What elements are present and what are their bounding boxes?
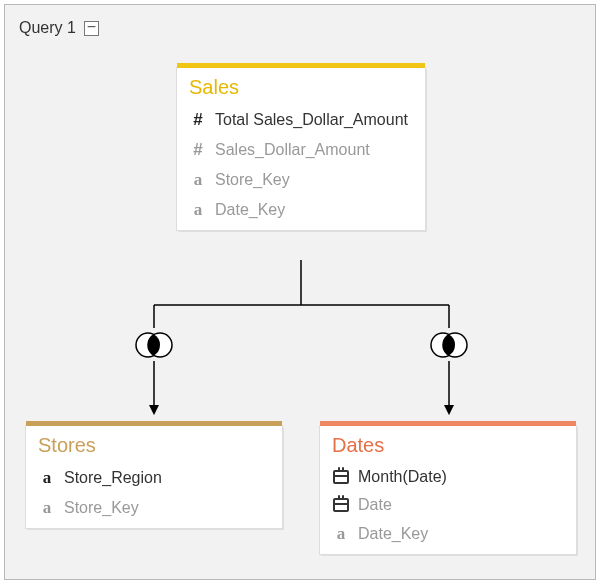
field-row[interactable]: a Store_Key <box>177 165 425 195</box>
query-header: Query 1 − <box>19 19 99 37</box>
field-label: Store_Region <box>64 469 162 487</box>
table-accent-bar <box>320 421 576 426</box>
field-label: Sales_Dollar_Amount <box>215 141 370 159</box>
field-row[interactable]: Date <box>320 491 576 519</box>
field-label: Store_Key <box>215 171 290 189</box>
text-type-icon: a <box>38 468 56 488</box>
text-type-icon: a <box>38 498 56 518</box>
field-row[interactable]: a Date_Key <box>177 195 425 230</box>
table-accent-bar <box>177 63 425 68</box>
table-stores[interactable]: Stores a Store_Region a Store_Key <box>25 425 283 529</box>
field-label: Store_Key <box>64 499 139 517</box>
hash-icon: # <box>189 110 207 130</box>
query-canvas[interactable]: Query 1 − <box>4 4 596 580</box>
field-row[interactable]: a Date_Key <box>320 519 576 554</box>
text-type-icon: a <box>332 524 350 544</box>
query-label: Query 1 <box>19 19 76 37</box>
field-label: Date <box>358 496 392 514</box>
table-title-sales: Sales <box>177 68 425 105</box>
field-label: Month(Date) <box>358 468 447 486</box>
table-title-stores: Stores <box>26 426 282 463</box>
join-icon-left[interactable] <box>136 333 172 357</box>
field-label: Total Sales_Dollar_Amount <box>215 111 408 129</box>
field-label: Date_Key <box>215 201 285 219</box>
field-row[interactable]: # Total Sales_Dollar_Amount <box>177 105 425 135</box>
calendar-icon <box>332 498 350 512</box>
field-label: Date_Key <box>358 525 428 543</box>
hash-icon: # <box>189 140 207 160</box>
collapse-toggle[interactable]: − <box>84 21 99 36</box>
minus-icon: − <box>87 19 96 35</box>
table-dates[interactable]: Dates Month(Date) Date a Date_Key <box>319 425 577 555</box>
join-icon-right[interactable] <box>431 333 467 357</box>
text-type-icon: a <box>189 200 207 220</box>
table-accent-bar <box>26 421 282 426</box>
field-row[interactable]: Month(Date) <box>320 463 576 491</box>
field-row[interactable]: a Store_Key <box>26 493 282 528</box>
field-row[interactable]: # Sales_Dollar_Amount <box>177 135 425 165</box>
table-title-dates: Dates <box>320 426 576 463</box>
field-row[interactable]: a Store_Region <box>26 463 282 493</box>
text-type-icon: a <box>189 170 207 190</box>
table-sales[interactable]: Sales # Total Sales_Dollar_Amount # Sale… <box>176 67 426 231</box>
calendar-icon <box>332 470 350 484</box>
